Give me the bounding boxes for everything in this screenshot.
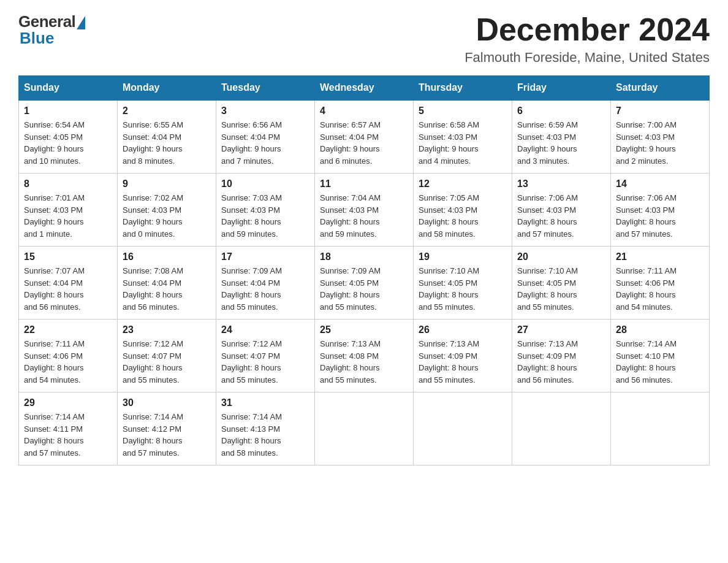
calendar-cell: 22Sunrise: 7:11 AMSunset: 4:06 PMDayligh… bbox=[19, 320, 118, 393]
calendar-cell: 26Sunrise: 7:13 AMSunset: 4:09 PMDayligh… bbox=[414, 320, 512, 393]
day-info: Sunrise: 7:09 AMSunset: 4:05 PMDaylight:… bbox=[320, 265, 408, 313]
day-info: Sunrise: 7:08 AMSunset: 4:04 PMDaylight:… bbox=[123, 265, 211, 313]
day-number: 15 bbox=[24, 251, 112, 262]
calendar-cell: 1Sunrise: 6:54 AMSunset: 4:05 PMDaylight… bbox=[19, 100, 118, 174]
day-info: Sunrise: 7:14 AMSunset: 4:12 PMDaylight:… bbox=[123, 411, 211, 459]
day-number: 10 bbox=[221, 178, 309, 190]
calendar-cell: 10Sunrise: 7:03 AMSunset: 4:03 PMDayligh… bbox=[216, 174, 315, 247]
logo-blue-text: Blue bbox=[18, 29, 54, 48]
day-number: 28 bbox=[616, 324, 704, 335]
logo: General Blue bbox=[18, 12, 85, 48]
calendar-cell: 2Sunrise: 6:55 AMSunset: 4:04 PMDaylight… bbox=[118, 100, 216, 174]
calendar-cell: 18Sunrise: 7:09 AMSunset: 4:05 PMDayligh… bbox=[315, 247, 414, 320]
calendar-cell: 27Sunrise: 7:13 AMSunset: 4:09 PMDayligh… bbox=[512, 320, 611, 393]
day-info: Sunrise: 6:57 AMSunset: 4:04 PMDaylight:… bbox=[320, 119, 408, 167]
header-saturday: Saturday bbox=[611, 76, 710, 101]
calendar-cell: 20Sunrise: 7:10 AMSunset: 4:05 PMDayligh… bbox=[512, 247, 611, 320]
header-friday: Friday bbox=[512, 76, 611, 101]
calendar-cell bbox=[414, 393, 512, 465]
day-number: 18 bbox=[320, 251, 408, 262]
calendar-week-4: 22Sunrise: 7:11 AMSunset: 4:06 PMDayligh… bbox=[19, 320, 710, 393]
calendar-cell: 14Sunrise: 7:06 AMSunset: 4:03 PMDayligh… bbox=[611, 174, 710, 247]
day-number: 2 bbox=[123, 105, 211, 117]
day-info: Sunrise: 7:07 AMSunset: 4:04 PMDaylight:… bbox=[24, 265, 112, 313]
day-number: 26 bbox=[419, 324, 507, 335]
calendar-cell: 25Sunrise: 7:13 AMSunset: 4:08 PMDayligh… bbox=[315, 320, 414, 393]
calendar-cell bbox=[512, 393, 611, 465]
calendar-cell bbox=[315, 393, 414, 465]
day-number: 19 bbox=[419, 251, 507, 262]
header-monday: Monday bbox=[118, 76, 216, 101]
day-info: Sunrise: 7:00 AMSunset: 4:03 PMDaylight:… bbox=[616, 119, 704, 167]
day-number: 1 bbox=[24, 105, 112, 117]
day-info: Sunrise: 6:59 AMSunset: 4:03 PMDaylight:… bbox=[517, 119, 605, 167]
day-number: 9 bbox=[123, 178, 211, 190]
calendar-cell: 15Sunrise: 7:07 AMSunset: 4:04 PMDayligh… bbox=[19, 247, 118, 320]
day-number: 8 bbox=[24, 178, 112, 190]
day-number: 14 bbox=[616, 178, 704, 190]
day-number: 5 bbox=[419, 105, 507, 117]
day-info: Sunrise: 7:06 AMSunset: 4:03 PMDaylight:… bbox=[517, 192, 605, 240]
day-info: Sunrise: 7:10 AMSunset: 4:05 PMDaylight:… bbox=[419, 265, 507, 313]
month-year-title: December 2024 bbox=[464, 12, 710, 47]
day-info: Sunrise: 6:55 AMSunset: 4:04 PMDaylight:… bbox=[123, 119, 211, 167]
page-header: General Blue December 2024 Falmouth Fore… bbox=[18, 12, 710, 66]
calendar-cell: 5Sunrise: 6:58 AMSunset: 4:03 PMDaylight… bbox=[414, 100, 512, 174]
day-number: 29 bbox=[24, 397, 112, 408]
logo-triangle-icon bbox=[77, 16, 85, 29]
calendar-cell: 31Sunrise: 7:14 AMSunset: 4:13 PMDayligh… bbox=[216, 393, 315, 465]
day-info: Sunrise: 6:56 AMSunset: 4:04 PMDaylight:… bbox=[221, 119, 309, 167]
header-thursday: Thursday bbox=[414, 76, 512, 101]
day-info: Sunrise: 7:02 AMSunset: 4:03 PMDaylight:… bbox=[123, 192, 211, 240]
day-number: 11 bbox=[320, 178, 408, 190]
day-number: 4 bbox=[320, 105, 408, 117]
calendar-cell: 30Sunrise: 7:14 AMSunset: 4:12 PMDayligh… bbox=[118, 393, 216, 465]
calendar-body: 1Sunrise: 6:54 AMSunset: 4:05 PMDaylight… bbox=[19, 100, 710, 465]
calendar-week-2: 8Sunrise: 7:01 AMSunset: 4:03 PMDaylight… bbox=[19, 174, 710, 247]
calendar-cell: 19Sunrise: 7:10 AMSunset: 4:05 PMDayligh… bbox=[414, 247, 512, 320]
day-number: 13 bbox=[517, 178, 605, 190]
location-subtitle: Falmouth Foreside, Maine, United States bbox=[464, 50, 710, 66]
calendar-cell: 16Sunrise: 7:08 AMSunset: 4:04 PMDayligh… bbox=[118, 247, 216, 320]
calendar-header: SundayMondayTuesdayWednesdayThursdayFrid… bbox=[19, 76, 710, 101]
day-info: Sunrise: 7:01 AMSunset: 4:03 PMDaylight:… bbox=[24, 192, 112, 240]
day-info: Sunrise: 7:05 AMSunset: 4:03 PMDaylight:… bbox=[419, 192, 507, 240]
day-info: Sunrise: 7:10 AMSunset: 4:05 PMDaylight:… bbox=[517, 265, 605, 313]
day-number: 30 bbox=[123, 397, 211, 408]
calendar-cell: 29Sunrise: 7:14 AMSunset: 4:11 PMDayligh… bbox=[19, 393, 118, 465]
day-number: 20 bbox=[517, 251, 605, 262]
day-number: 21 bbox=[616, 251, 704, 262]
day-number: 23 bbox=[123, 324, 211, 335]
calendar-cell: 13Sunrise: 7:06 AMSunset: 4:03 PMDayligh… bbox=[512, 174, 611, 247]
day-info: Sunrise: 6:54 AMSunset: 4:05 PMDaylight:… bbox=[24, 119, 112, 167]
calendar-cell: 9Sunrise: 7:02 AMSunset: 4:03 PMDaylight… bbox=[118, 174, 216, 247]
calendar-cell: 12Sunrise: 7:05 AMSunset: 4:03 PMDayligh… bbox=[414, 174, 512, 247]
day-info: Sunrise: 7:06 AMSunset: 4:03 PMDaylight:… bbox=[616, 192, 704, 240]
calendar-week-1: 1Sunrise: 6:54 AMSunset: 4:05 PMDaylight… bbox=[19, 100, 710, 174]
day-info: Sunrise: 7:13 AMSunset: 4:08 PMDaylight:… bbox=[320, 338, 408, 386]
day-number: 6 bbox=[517, 105, 605, 117]
day-info: Sunrise: 7:14 AMSunset: 4:11 PMDaylight:… bbox=[24, 411, 112, 459]
calendar-cell: 8Sunrise: 7:01 AMSunset: 4:03 PMDaylight… bbox=[19, 174, 118, 247]
day-info: Sunrise: 7:13 AMSunset: 4:09 PMDaylight:… bbox=[419, 338, 507, 386]
day-info: Sunrise: 7:11 AMSunset: 4:06 PMDaylight:… bbox=[616, 265, 704, 313]
day-number: 16 bbox=[123, 251, 211, 262]
calendar-cell: 23Sunrise: 7:12 AMSunset: 4:07 PMDayligh… bbox=[118, 320, 216, 393]
calendar-cell: 11Sunrise: 7:04 AMSunset: 4:03 PMDayligh… bbox=[315, 174, 414, 247]
day-number: 27 bbox=[517, 324, 605, 335]
calendar-week-5: 29Sunrise: 7:14 AMSunset: 4:11 PMDayligh… bbox=[19, 393, 710, 465]
header-sunday: Sunday bbox=[19, 76, 118, 101]
day-number: 17 bbox=[221, 251, 309, 262]
day-info: Sunrise: 7:12 AMSunset: 4:07 PMDaylight:… bbox=[123, 338, 211, 386]
calendar-cell: 24Sunrise: 7:12 AMSunset: 4:07 PMDayligh… bbox=[216, 320, 315, 393]
day-number: 7 bbox=[616, 105, 704, 117]
header-row: SundayMondayTuesdayWednesdayThursdayFrid… bbox=[19, 76, 710, 101]
calendar-cell: 17Sunrise: 7:09 AMSunset: 4:04 PMDayligh… bbox=[216, 247, 315, 320]
day-info: Sunrise: 7:13 AMSunset: 4:09 PMDaylight:… bbox=[517, 338, 605, 386]
header-tuesday: Tuesday bbox=[216, 76, 315, 101]
calendar-cell bbox=[611, 393, 710, 465]
calendar-cell: 7Sunrise: 7:00 AMSunset: 4:03 PMDaylight… bbox=[611, 100, 710, 174]
day-info: Sunrise: 7:11 AMSunset: 4:06 PMDaylight:… bbox=[24, 338, 112, 386]
calendar-cell: 21Sunrise: 7:11 AMSunset: 4:06 PMDayligh… bbox=[611, 247, 710, 320]
calendar-cell: 4Sunrise: 6:57 AMSunset: 4:04 PMDaylight… bbox=[315, 100, 414, 174]
